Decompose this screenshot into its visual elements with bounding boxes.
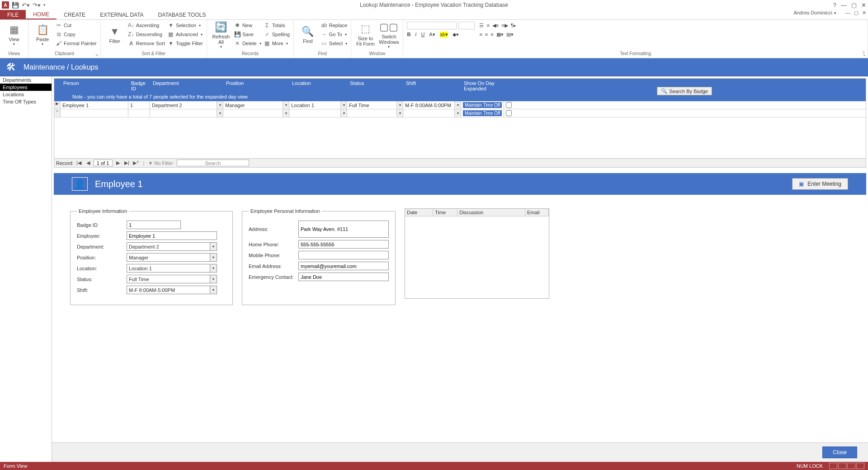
chevron-down-icon[interactable]: ▾ [217, 109, 223, 117]
alt-row-color-button[interactable]: ▤▾ [506, 32, 514, 38]
refresh-all-button[interactable]: 🔄Refresh All▾ [211, 21, 231, 49]
align-right-button[interactable]: ≡ [491, 32, 493, 37]
layout-view-icon[interactable] [847, 463, 855, 469]
selection-button[interactable]: ▼Selection▾ [168, 21, 203, 30]
cell-dept[interactable]: Department 2▾ [150, 101, 223, 109]
help-icon[interactable]: ? [833, 2, 836, 9]
chevron-down-icon[interactable]: ▾ [283, 109, 289, 117]
qat-customize-icon[interactable]: ▾ [43, 3, 46, 7]
toggle-filter-button[interactable]: ▼Toggle Filter [168, 39, 203, 48]
cell-badge[interactable]: 1 [128, 101, 150, 109]
save-icon[interactable]: 💾 [12, 2, 19, 9]
numbering-button[interactable]: ≡ [486, 23, 489, 28]
home-phone-input[interactable] [298, 240, 389, 249]
record-search-input[interactable] [177, 160, 249, 166]
tab-external-data[interactable]: EXTERNAL DATA [93, 10, 151, 19]
advanced-button[interactable]: ▦Advanced▾ [168, 30, 203, 39]
italic-button[interactable]: I [415, 32, 416, 37]
paste-button[interactable]: 📋Paste▾ [32, 21, 53, 49]
maintain-time-off-button[interactable]: Maintain Time Off [463, 102, 502, 108]
view-button[interactable]: ▦View▾ [4, 21, 24, 49]
ltr-button[interactable]: ¶▸ [511, 23, 516, 28]
size-to-fit-button[interactable]: ⬚Size to Fit Form [355, 21, 376, 49]
bullets-button[interactable]: ☰ [479, 23, 484, 28]
cell-shift[interactable]: M-F 8:00AM-5:00PM▾ [403, 101, 461, 109]
record-position-input[interactable] [94, 160, 113, 166]
chevron-down-icon[interactable]: ▾ [210, 264, 217, 272]
new-record-icon[interactable]: ▶* [132, 160, 140, 166]
new-button[interactable]: ✱New [234, 21, 261, 30]
format-painter-button[interactable]: 🖌Format Painter [56, 39, 97, 48]
fill-color-button[interactable]: ◆▾ [453, 32, 459, 38]
form-view-icon[interactable] [829, 463, 837, 469]
show-expanded-checkbox[interactable] [506, 102, 512, 108]
first-record-icon[interactable]: |◀ [75, 160, 83, 166]
copy-button[interactable]: ⧉Copy [56, 30, 97, 39]
badge-input[interactable] [127, 221, 181, 229]
row-selector-icon[interactable]: ▶ [54, 101, 61, 109]
align-left-button[interactable]: ≡ [479, 32, 482, 37]
save-button[interactable]: 💾Save [234, 30, 261, 39]
bold-button[interactable]: B [407, 32, 410, 37]
font-size-select[interactable] [458, 22, 475, 29]
undo-icon[interactable]: ↶▾ [22, 2, 30, 9]
design-view-icon[interactable] [856, 463, 864, 469]
status-select[interactable]: Full Time▾ [127, 275, 217, 283]
mdi-close-icon[interactable]: ✕ [862, 10, 866, 16]
font-color-button[interactable]: A▾ [429, 32, 435, 38]
find-button[interactable]: 🔍Find [297, 21, 318, 49]
chevron-down-icon[interactable]: ▾ [454, 109, 461, 117]
sidebar-item-locations[interactable]: Locations [0, 91, 52, 98]
cell-position[interactable]: Manager▾ [223, 101, 289, 109]
close-button[interactable]: Close [822, 446, 857, 458]
totals-button[interactable]: ΣTotals [264, 21, 290, 30]
highlight-button[interactable]: ab▾ [440, 32, 448, 38]
cell-status[interactable]: Full Time▾ [347, 101, 403, 109]
clipboard-launcher-icon[interactable]: ↘ [95, 52, 99, 57]
inc-indent-button[interactable]: ≡▶ [501, 23, 508, 28]
tab-home[interactable]: HOME [26, 10, 57, 19]
mdi-restore-icon[interactable]: ▢ [854, 10, 859, 16]
chevron-down-icon[interactable]: ▾ [210, 254, 217, 261]
align-center-button[interactable]: ≡ [485, 32, 488, 37]
next-record-icon[interactable]: ▶ [114, 160, 122, 166]
chevron-down-icon[interactable]: ▾ [210, 275, 217, 283]
chevron-down-icon[interactable]: ▾ [396, 109, 403, 117]
cut-button[interactable]: ✂Cut [56, 21, 97, 30]
sidebar-item-departments[interactable]: Departments [0, 76, 52, 84]
chevron-down-icon[interactable]: ▾ [454, 101, 461, 109]
position-select[interactable]: Manager▾ [127, 253, 217, 262]
chevron-down-icon[interactable]: ▾ [210, 286, 217, 294]
maximize-icon[interactable]: ▢ [851, 2, 857, 9]
department-select[interactable]: Department 2▾ [127, 242, 217, 251]
location-select[interactable]: Location 1▾ [127, 264, 217, 273]
last-record-icon[interactable]: ▶| [123, 160, 131, 166]
goto-button[interactable]: →Go To▾ [321, 30, 348, 39]
filter-button[interactable]: ▼Filter [104, 21, 125, 49]
new-row-icon[interactable]: * [54, 109, 61, 117]
font-family-select[interactable] [407, 22, 457, 29]
ascending-button[interactable]: A↓Ascending [128, 21, 165, 30]
table-row-new[interactable]: * ▾ ▾ ▾ ▾ ▾ Maintain Time Off [54, 109, 866, 118]
redo-icon[interactable]: ↷▾ [33, 2, 41, 9]
mobile-phone-input[interactable] [298, 251, 389, 259]
switch-windows-button[interactable]: ▢▢Switch Windows▾ [378, 21, 399, 49]
tab-database-tools[interactable]: DATABASE TOOLS [151, 10, 213, 19]
address-input[interactable] [298, 221, 389, 238]
cell-location[interactable]: Location 1▾ [289, 101, 347, 109]
datasheet-view-icon[interactable] [838, 463, 846, 469]
dec-indent-button[interactable]: ◀≡ [492, 23, 499, 28]
gridlines-button[interactable]: ▦▾ [496, 32, 504, 38]
minimize-icon[interactable]: — [841, 2, 847, 9]
chevron-down-icon[interactable]: ▾ [217, 101, 223, 109]
user-account[interactable]: Andres Dominicci [793, 10, 836, 15]
sidebar-item-employees[interactable]: Employees [0, 84, 52, 91]
delete-button[interactable]: ✕Delete▾ [234, 39, 261, 48]
descending-button[interactable]: Z↓Descending [128, 30, 165, 39]
sidebar-item-timeoff-types[interactable]: Time Off Types [0, 98, 52, 105]
cell-person[interactable]: Employee 1 [61, 101, 128, 109]
employee-input[interactable] [127, 231, 217, 240]
more-button[interactable]: ▦More▾ [264, 39, 290, 48]
shift-select[interactable]: M-F 8:00AM-5:00PM▾ [127, 286, 217, 294]
replace-button[interactable]: abReplace [321, 21, 348, 30]
